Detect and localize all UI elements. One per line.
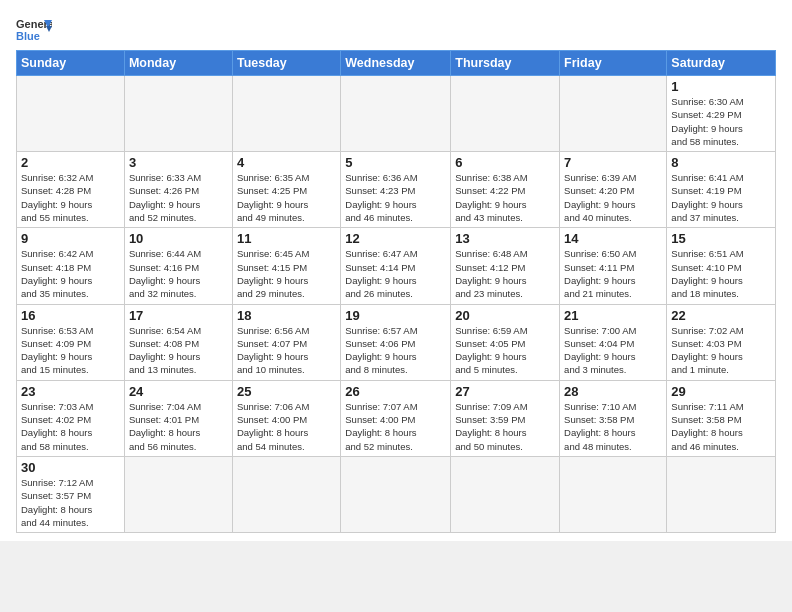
day-number: 17 <box>129 308 228 323</box>
calendar-week-row: 16Sunrise: 6:53 AMSunset: 4:09 PMDayligh… <box>17 304 776 380</box>
calendar-cell <box>124 456 232 532</box>
day-number: 18 <box>237 308 336 323</box>
day-number: 6 <box>455 155 555 170</box>
calendar-cell: 8Sunrise: 6:41 AMSunset: 4:19 PMDaylight… <box>667 152 776 228</box>
day-info: Sunrise: 6:42 AMSunset: 4:18 PMDaylight:… <box>21 247 120 300</box>
day-number: 21 <box>564 308 662 323</box>
calendar-cell: 6Sunrise: 6:38 AMSunset: 4:22 PMDaylight… <box>451 152 560 228</box>
day-number: 29 <box>671 384 771 399</box>
day-info: Sunrise: 6:36 AMSunset: 4:23 PMDaylight:… <box>345 171 446 224</box>
calendar-cell <box>341 76 451 152</box>
day-info: Sunrise: 6:45 AMSunset: 4:15 PMDaylight:… <box>237 247 336 300</box>
weekday-header-row: SundayMondayTuesdayWednesdayThursdayFrid… <box>17 51 776 76</box>
calendar-cell: 17Sunrise: 6:54 AMSunset: 4:08 PMDayligh… <box>124 304 232 380</box>
day-number: 25 <box>237 384 336 399</box>
day-info: Sunrise: 6:39 AMSunset: 4:20 PMDaylight:… <box>564 171 662 224</box>
calendar-cell: 18Sunrise: 6:56 AMSunset: 4:07 PMDayligh… <box>232 304 340 380</box>
day-info: Sunrise: 6:48 AMSunset: 4:12 PMDaylight:… <box>455 247 555 300</box>
day-info: Sunrise: 7:09 AMSunset: 3:59 PMDaylight:… <box>455 400 555 453</box>
day-number: 19 <box>345 308 446 323</box>
day-number: 10 <box>129 231 228 246</box>
day-info: Sunrise: 6:32 AMSunset: 4:28 PMDaylight:… <box>21 171 120 224</box>
day-info: Sunrise: 6:53 AMSunset: 4:09 PMDaylight:… <box>21 324 120 377</box>
day-number: 28 <box>564 384 662 399</box>
day-info: Sunrise: 7:12 AMSunset: 3:57 PMDaylight:… <box>21 476 120 529</box>
generalblue-logo-icon: General Blue <box>16 16 52 44</box>
weekday-header-thursday: Thursday <box>451 51 560 76</box>
calendar-week-row: 1Sunrise: 6:30 AMSunset: 4:29 PMDaylight… <box>17 76 776 152</box>
weekday-header-saturday: Saturday <box>667 51 776 76</box>
day-info: Sunrise: 6:33 AMSunset: 4:26 PMDaylight:… <box>129 171 228 224</box>
day-number: 12 <box>345 231 446 246</box>
calendar-cell: 14Sunrise: 6:50 AMSunset: 4:11 PMDayligh… <box>560 228 667 304</box>
day-info: Sunrise: 6:41 AMSunset: 4:19 PMDaylight:… <box>671 171 771 224</box>
calendar-cell: 7Sunrise: 6:39 AMSunset: 4:20 PMDaylight… <box>560 152 667 228</box>
calendar-cell: 2Sunrise: 6:32 AMSunset: 4:28 PMDaylight… <box>17 152 125 228</box>
calendar-week-row: 23Sunrise: 7:03 AMSunset: 4:02 PMDayligh… <box>17 380 776 456</box>
calendar-cell: 21Sunrise: 7:00 AMSunset: 4:04 PMDayligh… <box>560 304 667 380</box>
calendar-cell: 15Sunrise: 6:51 AMSunset: 4:10 PMDayligh… <box>667 228 776 304</box>
calendar-cell: 24Sunrise: 7:04 AMSunset: 4:01 PMDayligh… <box>124 380 232 456</box>
calendar-cell: 5Sunrise: 6:36 AMSunset: 4:23 PMDaylight… <box>341 152 451 228</box>
day-info: Sunrise: 6:51 AMSunset: 4:10 PMDaylight:… <box>671 247 771 300</box>
day-number: 11 <box>237 231 336 246</box>
calendar-cell <box>124 76 232 152</box>
day-info: Sunrise: 6:44 AMSunset: 4:16 PMDaylight:… <box>129 247 228 300</box>
calendar-cell: 22Sunrise: 7:02 AMSunset: 4:03 PMDayligh… <box>667 304 776 380</box>
day-number: 24 <box>129 384 228 399</box>
day-number: 8 <box>671 155 771 170</box>
day-number: 26 <box>345 384 446 399</box>
day-number: 2 <box>21 155 120 170</box>
calendar-cell: 23Sunrise: 7:03 AMSunset: 4:02 PMDayligh… <box>17 380 125 456</box>
day-number: 4 <box>237 155 336 170</box>
day-info: Sunrise: 6:38 AMSunset: 4:22 PMDaylight:… <box>455 171 555 224</box>
calendar-page: General Blue SundayMondayTuesdayWednesda… <box>0 0 792 541</box>
day-info: Sunrise: 7:03 AMSunset: 4:02 PMDaylight:… <box>21 400 120 453</box>
calendar-cell: 20Sunrise: 6:59 AMSunset: 4:05 PMDayligh… <box>451 304 560 380</box>
day-info: Sunrise: 7:11 AMSunset: 3:58 PMDaylight:… <box>671 400 771 453</box>
calendar-cell <box>560 456 667 532</box>
calendar-cell: 1Sunrise: 6:30 AMSunset: 4:29 PMDaylight… <box>667 76 776 152</box>
day-number: 16 <box>21 308 120 323</box>
day-info: Sunrise: 7:07 AMSunset: 4:00 PMDaylight:… <box>345 400 446 453</box>
calendar-cell: 11Sunrise: 6:45 AMSunset: 4:15 PMDayligh… <box>232 228 340 304</box>
day-number: 15 <box>671 231 771 246</box>
calendar-cell <box>341 456 451 532</box>
day-number: 22 <box>671 308 771 323</box>
day-number: 5 <box>345 155 446 170</box>
day-number: 20 <box>455 308 555 323</box>
day-info: Sunrise: 6:35 AMSunset: 4:25 PMDaylight:… <box>237 171 336 224</box>
calendar-cell <box>451 456 560 532</box>
day-number: 23 <box>21 384 120 399</box>
day-info: Sunrise: 6:57 AMSunset: 4:06 PMDaylight:… <box>345 324 446 377</box>
calendar-cell: 12Sunrise: 6:47 AMSunset: 4:14 PMDayligh… <box>341 228 451 304</box>
calendar-week-row: 2Sunrise: 6:32 AMSunset: 4:28 PMDaylight… <box>17 152 776 228</box>
calendar-cell: 30Sunrise: 7:12 AMSunset: 3:57 PMDayligh… <box>17 456 125 532</box>
day-number: 3 <box>129 155 228 170</box>
calendar-week-row: 30Sunrise: 7:12 AMSunset: 3:57 PMDayligh… <box>17 456 776 532</box>
calendar-cell <box>451 76 560 152</box>
calendar-table: SundayMondayTuesdayWednesdayThursdayFrid… <box>16 50 776 533</box>
calendar-cell <box>232 76 340 152</box>
day-info: Sunrise: 7:04 AMSunset: 4:01 PMDaylight:… <box>129 400 228 453</box>
day-info: Sunrise: 6:54 AMSunset: 4:08 PMDaylight:… <box>129 324 228 377</box>
calendar-cell: 25Sunrise: 7:06 AMSunset: 4:00 PMDayligh… <box>232 380 340 456</box>
day-number: 9 <box>21 231 120 246</box>
day-info: Sunrise: 7:02 AMSunset: 4:03 PMDaylight:… <box>671 324 771 377</box>
weekday-header-friday: Friday <box>560 51 667 76</box>
day-info: Sunrise: 7:10 AMSunset: 3:58 PMDaylight:… <box>564 400 662 453</box>
calendar-cell: 3Sunrise: 6:33 AMSunset: 4:26 PMDaylight… <box>124 152 232 228</box>
calendar-cell: 4Sunrise: 6:35 AMSunset: 4:25 PMDaylight… <box>232 152 340 228</box>
day-info: Sunrise: 6:59 AMSunset: 4:05 PMDaylight:… <box>455 324 555 377</box>
day-info: Sunrise: 6:30 AMSunset: 4:29 PMDaylight:… <box>671 95 771 148</box>
day-number: 1 <box>671 79 771 94</box>
day-info: Sunrise: 7:06 AMSunset: 4:00 PMDaylight:… <box>237 400 336 453</box>
day-number: 7 <box>564 155 662 170</box>
day-number: 27 <box>455 384 555 399</box>
weekday-header-tuesday: Tuesday <box>232 51 340 76</box>
calendar-cell: 16Sunrise: 6:53 AMSunset: 4:09 PMDayligh… <box>17 304 125 380</box>
day-number: 30 <box>21 460 120 475</box>
calendar-cell: 28Sunrise: 7:10 AMSunset: 3:58 PMDayligh… <box>560 380 667 456</box>
calendar-week-row: 9Sunrise: 6:42 AMSunset: 4:18 PMDaylight… <box>17 228 776 304</box>
calendar-cell <box>17 76 125 152</box>
